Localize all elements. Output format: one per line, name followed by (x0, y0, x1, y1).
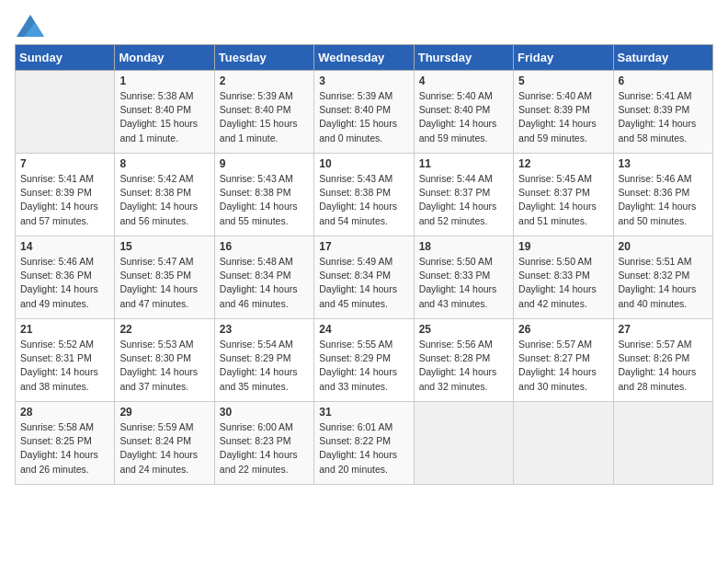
day-info: Sunrise: 5:48 AMSunset: 8:34 PMDaylight:… (220, 255, 309, 311)
day-info: Sunrise: 5:46 AMSunset: 8:36 PMDaylight:… (619, 172, 708, 228)
weekday-header-tuesday: Tuesday (214, 45, 313, 71)
day-info: Sunrise: 5:50 AMSunset: 8:33 PMDaylight:… (419, 255, 508, 311)
day-number: 24 (319, 323, 408, 336)
calendar-cell: 31Sunrise: 6:01 AMSunset: 8:22 PMDayligh… (314, 402, 414, 485)
day-info: Sunrise: 5:47 AMSunset: 8:35 PMDaylight:… (119, 255, 209, 311)
day-info: Sunrise: 5:41 AMSunset: 8:39 PMDaylight:… (619, 89, 708, 145)
day-info: Sunrise: 5:57 AMSunset: 8:26 PMDaylight:… (619, 338, 708, 394)
day-info: Sunrise: 5:52 AMSunset: 8:31 PMDaylight:… (20, 338, 109, 394)
calendar-week-2: 7Sunrise: 5:41 AMSunset: 8:39 PMDaylight… (16, 154, 713, 236)
day-number: 8 (119, 157, 209, 170)
calendar-cell: 11Sunrise: 5:44 AMSunset: 8:37 PMDayligh… (414, 154, 513, 236)
calendar-cell: 7Sunrise: 5:41 AMSunset: 8:39 PMDaylight… (16, 154, 115, 236)
day-number: 1 (119, 75, 209, 87)
calendar-cell: 25Sunrise: 5:56 AMSunset: 8:28 PMDayligh… (414, 319, 513, 402)
calendar-cell (16, 71, 115, 154)
page-header (15, 15, 713, 37)
calendar-cell: 21Sunrise: 5:52 AMSunset: 8:31 PMDayligh… (16, 319, 115, 402)
day-number: 20 (619, 240, 708, 253)
calendar-cell: 13Sunrise: 5:46 AMSunset: 8:36 PMDayligh… (613, 154, 712, 236)
calendar-week-5: 28Sunrise: 5:58 AMSunset: 8:25 PMDayligh… (16, 402, 713, 485)
calendar-header: SundayMondayTuesdayWednesdayThursdayFrid… (16, 45, 713, 71)
calendar-cell (514, 402, 613, 485)
day-info: Sunrise: 5:59 AMSunset: 8:24 PMDaylight:… (119, 420, 209, 477)
logo-icon (17, 15, 44, 37)
calendar-cell: 22Sunrise: 5:53 AMSunset: 8:30 PMDayligh… (115, 319, 214, 402)
day-info: Sunrise: 5:42 AMSunset: 8:38 PMDaylight:… (119, 172, 209, 228)
logo (15, 15, 48, 37)
weekday-header-friday: Friday (514, 45, 613, 71)
calendar-cell: 10Sunrise: 5:43 AMSunset: 8:38 PMDayligh… (314, 154, 414, 236)
calendar-cell: 5Sunrise: 5:40 AMSunset: 8:39 PMDaylight… (514, 71, 613, 154)
calendar-cell: 2Sunrise: 5:39 AMSunset: 8:40 PMDaylight… (214, 71, 313, 154)
calendar-cell: 14Sunrise: 5:46 AMSunset: 8:36 PMDayligh… (16, 236, 115, 319)
calendar-cell (613, 402, 712, 485)
day-number: 18 (419, 240, 508, 253)
calendar-cell: 4Sunrise: 5:40 AMSunset: 8:40 PMDaylight… (414, 71, 513, 154)
weekday-header-thursday: Thursday (414, 45, 513, 71)
day-info: Sunrise: 5:40 AMSunset: 8:39 PMDaylight:… (518, 89, 608, 145)
day-number: 4 (419, 75, 508, 87)
weekday-header-monday: Monday (115, 45, 214, 71)
calendar-cell: 28Sunrise: 5:58 AMSunset: 8:25 PMDayligh… (16, 402, 115, 485)
day-number: 7 (20, 157, 109, 170)
day-number: 23 (220, 323, 309, 336)
day-number: 5 (518, 75, 608, 87)
weekday-header-saturday: Saturday (613, 45, 712, 71)
day-info: Sunrise: 5:39 AMSunset: 8:40 PMDaylight:… (220, 89, 309, 145)
calendar-cell: 8Sunrise: 5:42 AMSunset: 8:38 PMDaylight… (115, 154, 214, 236)
day-info: Sunrise: 5:43 AMSunset: 8:38 PMDaylight:… (319, 172, 408, 228)
calendar-cell: 9Sunrise: 5:43 AMSunset: 8:38 PMDaylight… (214, 154, 313, 236)
calendar-cell: 3Sunrise: 5:39 AMSunset: 8:40 PMDaylight… (314, 71, 414, 154)
day-number: 3 (319, 75, 408, 87)
day-number: 17 (319, 240, 408, 253)
calendar-cell: 30Sunrise: 6:00 AMSunset: 8:23 PMDayligh… (214, 402, 313, 485)
day-info: Sunrise: 5:46 AMSunset: 8:36 PMDaylight:… (20, 255, 109, 311)
calendar-week-4: 21Sunrise: 5:52 AMSunset: 8:31 PMDayligh… (16, 319, 713, 402)
calendar-body: 1Sunrise: 5:38 AMSunset: 8:40 PMDaylight… (16, 71, 713, 485)
calendar-cell: 27Sunrise: 5:57 AMSunset: 8:26 PMDayligh… (613, 319, 712, 402)
day-info: Sunrise: 5:38 AMSunset: 8:40 PMDaylight:… (119, 89, 209, 145)
day-info: Sunrise: 5:55 AMSunset: 8:29 PMDaylight:… (319, 338, 408, 394)
day-info: Sunrise: 6:01 AMSunset: 8:22 PMDaylight:… (319, 420, 408, 477)
day-number: 19 (518, 240, 608, 253)
calendar-cell: 1Sunrise: 5:38 AMSunset: 8:40 PMDaylight… (115, 71, 214, 154)
day-number: 16 (220, 240, 309, 253)
day-info: Sunrise: 5:40 AMSunset: 8:40 PMDaylight:… (419, 89, 508, 145)
day-info: Sunrise: 5:58 AMSunset: 8:25 PMDaylight:… (20, 420, 109, 477)
calendar-week-3: 14Sunrise: 5:46 AMSunset: 8:36 PMDayligh… (16, 236, 713, 319)
calendar-cell: 26Sunrise: 5:57 AMSunset: 8:27 PMDayligh… (514, 319, 613, 402)
day-number: 30 (220, 406, 309, 419)
day-info: Sunrise: 5:53 AMSunset: 8:30 PMDaylight:… (119, 338, 209, 394)
day-number: 21 (20, 323, 109, 336)
calendar-table: SundayMondayTuesdayWednesdayThursdayFrid… (15, 44, 713, 485)
day-number: 10 (319, 157, 408, 170)
day-info: Sunrise: 5:45 AMSunset: 8:37 PMDaylight:… (518, 172, 608, 228)
calendar-week-1: 1Sunrise: 5:38 AMSunset: 8:40 PMDaylight… (16, 71, 713, 154)
weekday-row: SundayMondayTuesdayWednesdayThursdayFrid… (16, 45, 713, 71)
calendar-cell: 15Sunrise: 5:47 AMSunset: 8:35 PMDayligh… (115, 236, 214, 319)
day-number: 22 (119, 323, 209, 336)
day-number: 28 (20, 406, 109, 419)
day-number: 29 (119, 406, 209, 419)
weekday-header-wednesday: Wednesday (314, 45, 414, 71)
calendar-cell: 23Sunrise: 5:54 AMSunset: 8:29 PMDayligh… (214, 319, 313, 402)
calendar-cell: 6Sunrise: 5:41 AMSunset: 8:39 PMDaylight… (613, 71, 712, 154)
day-number: 31 (319, 406, 408, 419)
calendar-cell: 12Sunrise: 5:45 AMSunset: 8:37 PMDayligh… (514, 154, 613, 236)
day-number: 9 (220, 157, 309, 170)
day-number: 25 (419, 323, 508, 336)
day-number: 12 (518, 157, 608, 170)
day-info: Sunrise: 5:50 AMSunset: 8:33 PMDaylight:… (518, 255, 608, 311)
day-info: Sunrise: 5:56 AMSunset: 8:28 PMDaylight:… (419, 338, 508, 394)
day-number: 15 (119, 240, 209, 253)
day-info: Sunrise: 5:49 AMSunset: 8:34 PMDaylight:… (319, 255, 408, 311)
calendar-cell: 19Sunrise: 5:50 AMSunset: 8:33 PMDayligh… (514, 236, 613, 319)
day-info: Sunrise: 5:41 AMSunset: 8:39 PMDaylight:… (20, 172, 109, 228)
day-info: Sunrise: 5:39 AMSunset: 8:40 PMDaylight:… (319, 89, 408, 145)
day-info: Sunrise: 5:57 AMSunset: 8:27 PMDaylight:… (518, 338, 608, 394)
calendar-cell: 17Sunrise: 5:49 AMSunset: 8:34 PMDayligh… (314, 236, 414, 319)
day-number: 27 (619, 323, 708, 336)
day-number: 26 (518, 323, 608, 336)
weekday-header-sunday: Sunday (16, 45, 115, 71)
